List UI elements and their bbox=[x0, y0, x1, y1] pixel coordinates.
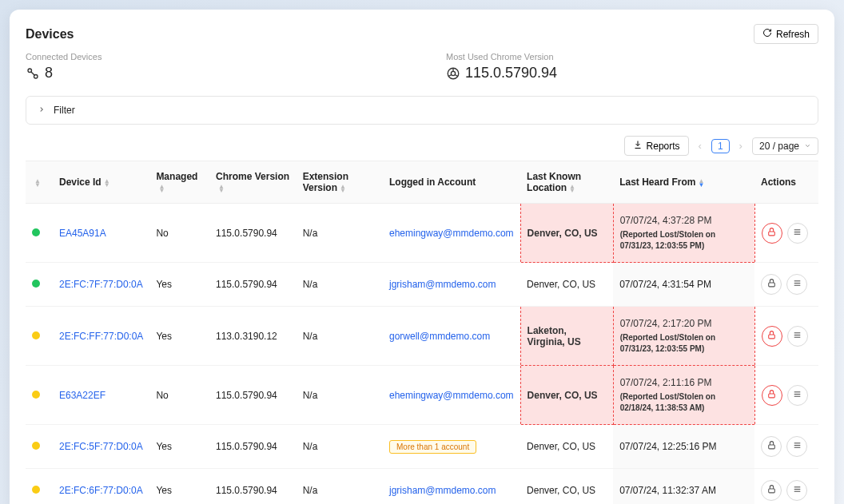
header-row: Devices Refresh bbox=[26, 24, 818, 44]
page-size-label: 20 / page bbox=[759, 141, 799, 152]
stat-chrome-version: Most Used Chrome Version 115.0.5790.94 bbox=[446, 52, 818, 81]
more-button[interactable] bbox=[786, 274, 807, 295]
managed-cell: Yes bbox=[149, 469, 209, 505]
actions-cell bbox=[754, 307, 818, 366]
lock-icon bbox=[766, 227, 777, 240]
refresh-icon bbox=[762, 28, 772, 40]
account-link[interactable]: ehemingway@mmdemo.com bbox=[389, 390, 514, 401]
last-heard-cell: 07/07/24, 4:31:54 PM bbox=[613, 263, 754, 307]
extension-version-cell: N/a bbox=[297, 366, 383, 425]
chrome-version-cell: 115.0.5790.94 bbox=[209, 469, 297, 505]
table-row: E63A22EFNo115.0.5790.94N/aehemingway@mmd… bbox=[26, 366, 818, 425]
col-status[interactable]: ▲▼ bbox=[26, 161, 53, 204]
filter-label: Filter bbox=[54, 105, 75, 116]
menu-icon bbox=[792, 484, 802, 497]
col-logged-in[interactable]: Logged in Account bbox=[383, 161, 520, 204]
reports-button[interactable]: Reports bbox=[624, 136, 689, 156]
table-row: 2E:FC:6F:77:D0:0AYes115.0.5790.94N/ajgri… bbox=[26, 469, 818, 505]
account-cell: ehemingway@mmdemo.com bbox=[383, 366, 520, 425]
svg-rect-16 bbox=[769, 393, 775, 397]
stat-connected-devices: Connected Devices 8 bbox=[26, 52, 398, 81]
device-id-link[interactable]: EA45A91A bbox=[59, 228, 106, 239]
extension-version-cell: N/a bbox=[297, 263, 383, 307]
device-icon bbox=[26, 66, 40, 81]
extension-version-cell: N/a bbox=[297, 469, 383, 505]
reported-note: (Reported Lost/Stolen on 02/18/24, 11:38… bbox=[620, 391, 748, 413]
chrome-version-cell: 115.0.5790.94 bbox=[209, 366, 297, 425]
reported-note: (Reported Lost/Stolen on 07/31/23, 12:03… bbox=[620, 332, 748, 354]
account-link[interactable]: jgrisham@mmdemo.com bbox=[389, 279, 496, 290]
device-id-link[interactable]: 2E:FC:7F:77:D0:0A bbox=[59, 279, 143, 290]
menu-icon bbox=[792, 278, 802, 291]
table-row: EA45A91ANo115.0.5790.94N/aehemingway@mmd… bbox=[26, 204, 818, 263]
stats-row: Connected Devices 8 Most Used Chrome Ver… bbox=[26, 52, 818, 81]
more-button[interactable] bbox=[787, 223, 808, 244]
refresh-label: Refresh bbox=[776, 29, 810, 40]
more-button[interactable] bbox=[787, 326, 808, 347]
extension-version-cell: N/a bbox=[297, 425, 383, 469]
status-dot bbox=[32, 331, 40, 339]
account-link[interactable]: ehemingway@mmdemo.com bbox=[389, 228, 514, 239]
page-size-select[interactable]: 20 / page bbox=[752, 137, 818, 155]
col-extension-version[interactable]: Extension Version▲▼ bbox=[297, 161, 383, 204]
managed-cell: Yes bbox=[149, 307, 209, 366]
col-actions: Actions bbox=[754, 161, 818, 204]
actions-cell bbox=[754, 366, 818, 425]
status-dot bbox=[32, 228, 40, 236]
lock-button[interactable] bbox=[761, 274, 782, 295]
col-last-location[interactable]: Last Known Location▲▼ bbox=[520, 161, 613, 204]
table-row: 2E:FC:5F:77:D0:0AYes115.0.5790.94N/aMore… bbox=[26, 425, 818, 469]
last-heard-cell: 07/07/24, 12:25:16 PM bbox=[613, 425, 754, 469]
stat-connected-value: 8 bbox=[26, 65, 398, 81]
multi-account-badge: More than 1 account bbox=[389, 440, 476, 454]
svg-point-3 bbox=[451, 71, 455, 75]
stat-chrome-label: Most Used Chrome Version bbox=[446, 52, 818, 62]
refresh-button[interactable]: Refresh bbox=[754, 24, 818, 44]
lock-icon bbox=[766, 440, 777, 453]
lock-icon bbox=[766, 484, 777, 497]
svg-rect-20 bbox=[768, 445, 774, 449]
account-link[interactable]: gorwell@mmdemo.com bbox=[389, 331, 490, 342]
table-row: 2E:FC:FF:77:D0:0AYes113.0.3190.12N/agorw… bbox=[26, 307, 818, 366]
svg-rect-4 bbox=[769, 231, 775, 235]
col-last-heard[interactable]: Last Heard From▲▼ bbox=[613, 161, 754, 204]
more-button[interactable] bbox=[786, 480, 807, 501]
devices-table: ▲▼ Device Id▲▼ Managed▲▼ Chrome Version▲… bbox=[26, 161, 818, 504]
device-id-link[interactable]: 2E:FC:6F:77:D0:0A bbox=[59, 485, 143, 496]
device-id-link[interactable]: E63A22EF bbox=[59, 390, 106, 401]
more-button[interactable] bbox=[786, 436, 807, 457]
col-managed[interactable]: Managed▲▼ bbox=[149, 161, 209, 204]
stat-chrome-value: 115.0.5790.94 bbox=[446, 65, 818, 81]
chrome-version-cell: 115.0.5790.94 bbox=[209, 263, 297, 307]
chevron-down-icon bbox=[804, 141, 811, 152]
account-link[interactable]: jgrisham@mmdemo.com bbox=[389, 485, 496, 496]
actions-cell bbox=[754, 204, 818, 263]
actions-cell bbox=[754, 425, 818, 469]
last-heard-cell: 07/07/24, 2:11:16 PM(Reported Lost/Stole… bbox=[613, 366, 754, 425]
reports-label: Reports bbox=[647, 141, 680, 152]
device-id-link[interactable]: 2E:FC:FF:77:D0:0A bbox=[59, 331, 143, 342]
table-row: 2E:FC:7F:77:D0:0AYes115.0.5790.94N/ajgri… bbox=[26, 263, 818, 307]
account-cell: gorwell@mmdemo.com bbox=[383, 307, 520, 366]
last-heard-cell: 07/07/24, 4:37:28 PM(Reported Lost/Stole… bbox=[613, 204, 754, 263]
account-cell: jgrisham@mmdemo.com bbox=[383, 263, 520, 307]
chrome-version-cell: 115.0.5790.94 bbox=[209, 204, 297, 263]
more-button[interactable] bbox=[787, 385, 808, 406]
pager-current[interactable]: 1 bbox=[711, 139, 730, 153]
menu-icon bbox=[792, 330, 802, 343]
reported-note: (Reported Lost/Stolen on 07/31/23, 12:03… bbox=[620, 229, 748, 251]
actions-cell bbox=[754, 469, 818, 505]
lock-button[interactable] bbox=[762, 223, 782, 244]
location-cell: Denver, CO, US bbox=[520, 425, 613, 469]
col-chrome-version[interactable]: Chrome Version▲▼ bbox=[209, 161, 297, 204]
filter-toggle[interactable]: Filter bbox=[26, 96, 818, 125]
lock-button[interactable] bbox=[761, 436, 782, 457]
lock-button[interactable] bbox=[762, 385, 782, 406]
lock-button[interactable] bbox=[761, 480, 782, 501]
device-id-link[interactable]: 2E:FC:5F:77:D0:0A bbox=[59, 441, 143, 452]
pager-next[interactable]: › bbox=[738, 140, 744, 152]
stat-connected-label: Connected Devices bbox=[26, 52, 398, 62]
pager-prev[interactable]: ‹ bbox=[697, 140, 703, 152]
col-device-id[interactable]: Device Id▲▼ bbox=[53, 161, 149, 204]
lock-button[interactable] bbox=[762, 326, 782, 347]
